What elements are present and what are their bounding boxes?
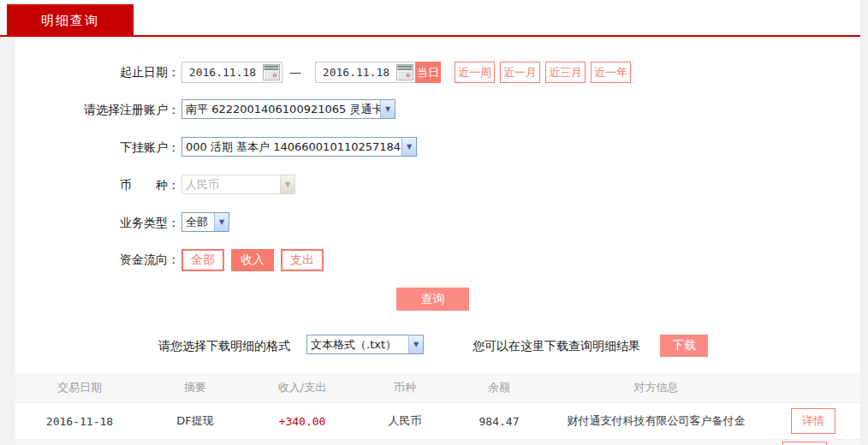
table-header-row: 交易日期 摘要 收入/支出 币种 余额 对方信息 <box>15 373 860 403</box>
start-date-input[interactable]: 2016.11.18 <box>181 62 282 83</box>
tab-label: 明细查询 <box>41 13 99 29</box>
register-account-row: 请选择注册账户： 南平 6222001406100921065 灵通卡 ▼ <box>15 99 860 122</box>
currency-value: 人民币 <box>182 177 280 193</box>
register-account-value: 南平 6222001406100921065 灵通卡 <box>182 102 380 117</box>
business-type-select[interactable]: 全部 ▼ <box>181 212 229 232</box>
chevron-down-icon: ▼ <box>401 138 416 156</box>
col-header-amount: 收入/支出 <box>247 380 358 395</box>
cell-amount: +340.00 <box>247 415 358 428</box>
tab-bar: 明细查询 <box>0 0 860 37</box>
quick-range-week-button[interactable]: 近一周 <box>455 62 495 83</box>
detail-button[interactable]: 详情 <box>791 408 835 434</box>
download-format-label: 请您选择下载明细的格式 <box>158 335 290 357</box>
quick-range-quarter-button[interactable]: 近三月 <box>545 62 586 83</box>
register-account-select[interactable]: 南平 6222001406100921065 灵通卡 ▼ <box>181 99 395 119</box>
calendar-icon[interactable] <box>396 64 413 80</box>
fund-flow-label: 资金流向： <box>15 249 180 270</box>
end-date-input[interactable]: 2016.11.18 <box>315 62 416 83</box>
quick-range-month-button[interactable]: 近一月 <box>500 62 540 83</box>
cell-currency: 人民币 <box>358 413 452 429</box>
download-button[interactable]: 下载 <box>660 335 708 357</box>
query-button[interactable]: 查询 <box>396 288 469 311</box>
chevron-down-icon: ▼ <box>280 175 294 193</box>
calendar-icon[interactable] <box>263 64 280 80</box>
business-type-row: 业务类型： 全部 ▼ <box>15 212 860 234</box>
col-header-counterparty: 对方信息 <box>546 380 766 395</box>
business-type-value: 全部 <box>182 215 214 230</box>
results-table: 交易日期 摘要 收入/支出 币种 余额 对方信息 2016-11-18 DF提现… <box>15 373 860 445</box>
chevron-down-icon: ▼ <box>380 100 395 118</box>
fund-flow-all-button[interactable]: 全部 <box>181 249 224 271</box>
start-date-value: 2016.11.18 <box>182 66 263 79</box>
sub-account-value: 000 活期 基本户 1406600101102571848 <box>182 139 401 155</box>
table-row-partial: 详情 <box>15 440 860 445</box>
chevron-down-icon: ▼ <box>214 213 229 231</box>
download-format-value: 文本格式（.txt） <box>307 337 408 353</box>
currency-label: 币 种： <box>15 175 180 196</box>
fund-flow-income-button[interactable]: 收入 <box>231 249 274 271</box>
cell-date: 2016-11-18 <box>15 415 144 428</box>
col-header-currency: 币种 <box>358 380 452 395</box>
chevron-down-icon: ▼ <box>408 335 423 353</box>
date-separator: — <box>289 62 301 83</box>
cell-counterparty: 财付通支付科技有限公司客户备付金 <box>546 413 766 429</box>
business-type-label: 业务类型： <box>15 212 180 234</box>
quick-range-today-button[interactable]: 当日 <box>415 62 441 83</box>
sub-account-select[interactable]: 000 活期 基本户 1406600101102571848 ▼ <box>181 137 417 157</box>
sub-account-row: 下挂账户： 000 活期 基本户 1406600101102571848 ▼ <box>15 137 860 159</box>
cell-balance: 984.47 <box>452 415 546 428</box>
currency-row: 币 种： 人民币 ▼ <box>15 175 860 197</box>
register-account-label: 请选择注册账户： <box>15 99 180 121</box>
col-header-balance: 余额 <box>452 380 546 395</box>
quick-range-year-button[interactable]: 近一年 <box>591 62 631 83</box>
cell-summary: DF提现 <box>144 413 247 429</box>
date-range-label: 起止日期： <box>15 62 180 83</box>
fund-flow-expense-button[interactable]: 支出 <box>281 249 324 271</box>
col-header-date: 交易日期 <box>15 380 144 395</box>
fund-flow-row: 资金流向： 全部 收入 支出 <box>15 249 860 271</box>
download-hint: 您可以在这里下载查询明细结果 <box>473 335 640 357</box>
currency-select: 人民币 ▼ <box>181 175 295 194</box>
download-format-select[interactable]: 文本格式（.txt） ▼ <box>306 335 424 354</box>
date-range-row: 起止日期： 2016.11.18 — <box>15 62 860 84</box>
end-date-value: 2016.11.18 <box>316 66 396 79</box>
col-header-summary: 摘要 <box>144 380 247 395</box>
sub-account-label: 下挂账户： <box>15 137 180 158</box>
download-row: 请您选择下载明细的格式 文本格式（.txt） ▼ 您可以在这里下载查询明细结果 … <box>15 335 860 357</box>
query-form-panel: 起止日期： 2016.11.18 — <box>15 39 860 445</box>
table-row: 2016-11-18 DF提现 +340.00 人民币 984.47 财付通支付… <box>15 403 860 440</box>
detail-button[interactable]: 详情 <box>782 442 827 445</box>
tab-detail-query[interactable]: 明细查询 <box>7 4 134 37</box>
